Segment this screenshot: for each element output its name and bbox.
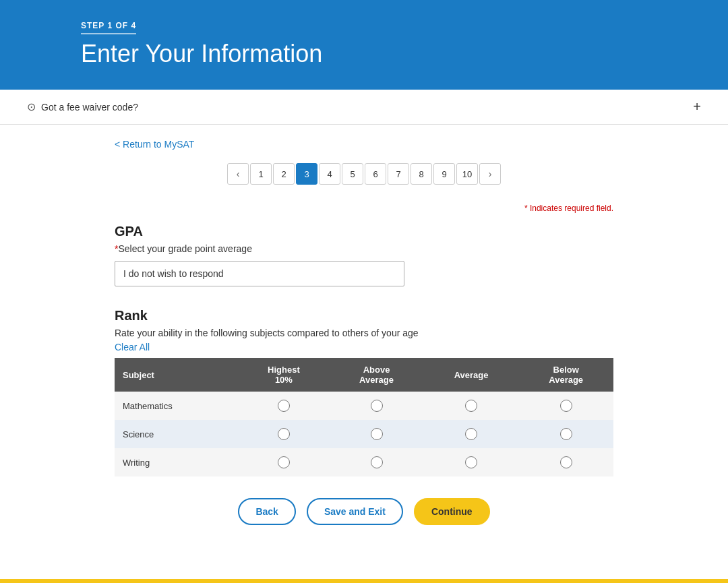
pagination-next-button[interactable]: ›: [479, 163, 501, 185]
pagination: ‹ 1 2 3 4 5 6 7 8 9 10 ›: [115, 163, 613, 185]
table-row: Science: [115, 420, 613, 448]
col-header-above-avg: AboveAverage: [329, 358, 424, 392]
science-highest-cell: [239, 420, 330, 448]
math-highest-cell: [239, 392, 330, 420]
col-header-highest: Highest10%: [239, 358, 330, 392]
writing-above-cell: [329, 448, 424, 477]
pagination-page-9[interactable]: 9: [433, 163, 455, 185]
pagination-page-10[interactable]: 10: [456, 163, 478, 185]
science-highest-radio[interactable]: [278, 428, 290, 440]
math-below-cell: [518, 392, 613, 420]
subject-math: Mathematics: [115, 392, 239, 420]
fee-waiver-bar[interactable]: ⊙ Got a fee waiver code? +: [0, 90, 728, 125]
pagination-page-8[interactable]: 8: [411, 163, 432, 185]
math-highest-radio[interactable]: [278, 400, 290, 412]
math-above-radio[interactable]: [371, 400, 383, 412]
science-above-radio[interactable]: [371, 428, 383, 440]
pagination-page-5[interactable]: 5: [342, 163, 363, 185]
gpa-select[interactable]: I do not wish to respond 4.0 or higher 3…: [115, 261, 404, 286]
table-row: Writing: [115, 448, 613, 477]
rank-description: Rate your ability in the following subje…: [115, 328, 613, 338]
pagination-page-3[interactable]: 3: [296, 163, 317, 185]
subject-writing: Writing: [115, 448, 239, 477]
rank-section: Rank Rate your ability in the following …: [115, 308, 613, 477]
table-row: Mathematics: [115, 392, 613, 420]
math-above-cell: [329, 392, 424, 420]
science-below-cell: [518, 420, 613, 448]
required-note-text: Indicates required field.: [528, 204, 613, 213]
writing-highest-radio[interactable]: [278, 456, 290, 468]
col-header-subject: Subject: [115, 358, 239, 392]
action-buttons: Back Save and Exit Continue: [115, 498, 613, 525]
writing-above-radio[interactable]: [371, 456, 383, 468]
clear-all-link[interactable]: Clear All: [115, 342, 150, 352]
math-average-radio[interactable]: [465, 400, 477, 412]
main-content: < Return to MySAT ‹ 1 2 3 4 5 6 7 8 9 10…: [88, 125, 640, 552]
fee-waiver-expand-button[interactable]: +: [693, 99, 701, 115]
writing-average-cell: [424, 448, 519, 477]
subject-science: Science: [115, 420, 239, 448]
writing-average-radio[interactable]: [465, 456, 477, 468]
save-and-exit-button[interactable]: Save and Exit: [307, 498, 403, 525]
writing-below-radio[interactable]: [560, 456, 572, 468]
gpa-select-label: *Select your grade point average: [115, 243, 613, 254]
math-below-radio[interactable]: [560, 400, 572, 412]
bottom-bar: [0, 579, 728, 583]
pagination-page-2[interactable]: 2: [273, 163, 295, 185]
pagination-page-1[interactable]: 1: [250, 163, 272, 185]
back-button[interactable]: Back: [238, 498, 295, 525]
col-header-average: Average: [424, 358, 519, 392]
fee-waiver-label: Got a fee waiver code?: [41, 102, 138, 113]
pagination-prev-button[interactable]: ‹: [227, 163, 249, 185]
science-average-radio[interactable]: [465, 428, 477, 440]
science-average-cell: [424, 420, 519, 448]
writing-below-cell: [518, 448, 613, 477]
step-label: STEP 1 OF 4: [81, 21, 136, 34]
page-title: Enter Your Information: [81, 40, 701, 68]
gpa-section: GPA *Select your grade point average I d…: [115, 224, 613, 286]
rank-table-header-row: Subject Highest10% AboveAverage Average …: [115, 358, 613, 392]
col-header-below-avg: BelowAverage: [518, 358, 613, 392]
required-field-note: * Indicates required field.: [115, 204, 613, 213]
return-to-mysat-link[interactable]: < Return to MySAT: [115, 139, 194, 150]
science-below-radio[interactable]: [560, 428, 572, 440]
gpa-section-title: GPA: [115, 224, 613, 239]
rank-section-title: Rank: [115, 308, 613, 324]
rank-table: Subject Highest10% AboveAverage Average …: [115, 358, 613, 477]
pagination-page-4[interactable]: 4: [319, 163, 340, 185]
pagination-page-7[interactable]: 7: [388, 163, 409, 185]
fee-waiver-left: ⊙ Got a fee waiver code?: [27, 100, 138, 113]
science-above-cell: [329, 420, 424, 448]
page-header: STEP 1 OF 4 Enter Your Information: [0, 0, 728, 90]
continue-button[interactable]: Continue: [414, 498, 490, 525]
pagination-page-6[interactable]: 6: [365, 163, 386, 185]
gpa-select-wrapper: I do not wish to respond 4.0 or higher 3…: [115, 261, 613, 286]
gpa-subtitle-text: Select your grade point average: [118, 243, 251, 254]
writing-highest-cell: [239, 448, 330, 477]
math-average-cell: [424, 392, 519, 420]
tag-icon: ⊙: [27, 100, 36, 113]
